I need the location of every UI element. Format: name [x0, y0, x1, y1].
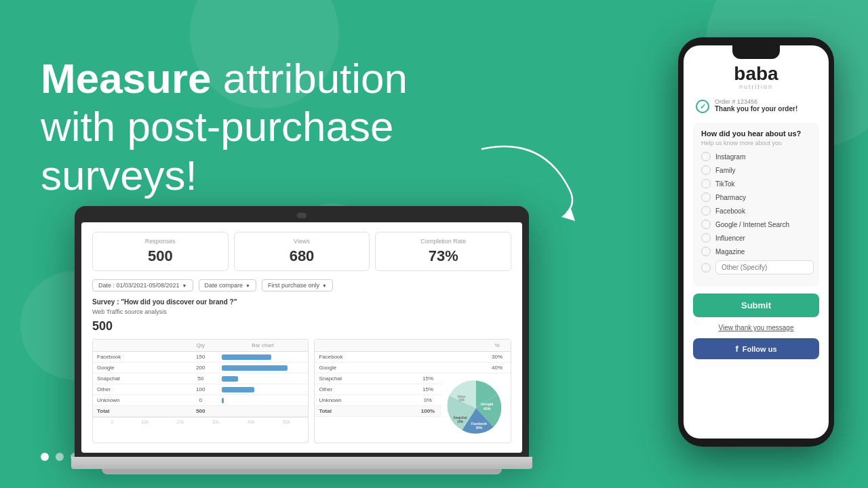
table-row: Google 200 [93, 363, 308, 373]
filter-row: Date : 01/03/2021-05/08/2021 Date compar… [92, 279, 511, 291]
stat-views-value: 680 [243, 247, 361, 265]
survey-question-title: How did you hear about us? [701, 129, 811, 138]
pie-row: Snapchat 15% [315, 373, 441, 384]
order-thanks: Thank you for your order! [715, 105, 797, 113]
row-other-qty: 100 [184, 384, 218, 394]
pie-chart-area: Snapchat 15% Other 15% Unknown 0% [315, 373, 511, 443]
stat-views-label: Views [243, 238, 361, 245]
row-snapchat-bar [218, 374, 309, 384]
row-other-bar [218, 385, 309, 394]
follow-button[interactable]: f Follow us [693, 338, 819, 359]
headline: Measure attribution with post-purchase s… [41, 54, 434, 199]
pie-chart: Google 40% Facebook 30% Snapchat 15% Oth… [441, 373, 511, 443]
row-other-label: Other [93, 384, 184, 394]
option-tiktok-label: TikTok [715, 180, 735, 188]
option-instagram-label: Instagram [715, 153, 745, 161]
other-input[interactable] [715, 260, 814, 274]
option-other[interactable] [701, 260, 811, 274]
radio-family[interactable] [701, 165, 711, 175]
pie-unknown-pct: 0% [414, 395, 441, 405]
pie-other-pct: 15% [414, 384, 441, 394]
stat-responses: Responses 500 [92, 232, 229, 271]
table-row: Snapchat 50 [93, 373, 308, 384]
order-text-block: Order # 123456 Thank you for your order! [715, 98, 797, 113]
col-source [93, 340, 184, 351]
svg-text:40%: 40% [484, 407, 491, 411]
table-footer: 0 10k 20k 30k 40k 50k [93, 417, 308, 426]
svg-text:30%: 30% [476, 426, 483, 430]
option-family-label: Family [715, 167, 735, 174]
row-google-qty: 200 [184, 363, 218, 373]
option-influencer-label: Influencer [715, 235, 745, 242]
follow-label: Follow us [743, 345, 777, 353]
pie-row: Unknown 0% [315, 395, 441, 406]
row-facebook-qty: 150 [184, 352, 218, 362]
radio-other[interactable] [701, 263, 711, 272]
laptop-foot [102, 469, 502, 474]
radio-facebook[interactable] [701, 206, 711, 216]
radio-tiktok[interactable] [701, 179, 711, 188]
table-row: Other 100 [93, 384, 308, 395]
order-confirm: ✓ Order # 123456 Thank you for your orde… [693, 98, 819, 113]
pie-other-label: Other [315, 384, 414, 394]
row-snapchat-qty: 50 [184, 373, 218, 384]
option-pharmacy[interactable]: Pharmacy [701, 192, 811, 202]
svg-text:Facebook: Facebook [471, 422, 487, 426]
row-facebook-bar [218, 352, 309, 362]
filter-date[interactable]: Date : 01/03/2021-05/08/2021 [92, 279, 193, 291]
pie-col-source [315, 340, 484, 351]
pie-table-left: Snapchat 15% Other 15% Unknown 0% [315, 373, 441, 443]
pie-facebook-pct: 30% [484, 352, 511, 362]
dashboard: Responses 500 Views 680 Completion Rate … [81, 222, 522, 453]
pie-row: Facebook 30% [315, 352, 511, 363]
total-bar [218, 409, 309, 413]
radio-google[interactable] [701, 220, 711, 229]
row-facebook-label: Facebook [93, 352, 184, 362]
app-content: baba nutrition ✓ Order # 123456 Thank yo… [684, 45, 829, 369]
phone-screen: baba nutrition ✓ Order # 123456 Thank yo… [684, 45, 829, 439]
option-tiktok[interactable]: TikTok [701, 179, 811, 188]
option-family[interactable]: Family [701, 165, 811, 175]
submit-button[interactable]: Submit [693, 293, 819, 317]
pie-row: Other 15% [315, 384, 441, 395]
laptop-notch [297, 213, 307, 218]
radio-instagram[interactable] [701, 152, 711, 161]
order-number: Order # 123456 [715, 98, 797, 105]
radio-influencer[interactable] [701, 233, 711, 243]
traffic-number: 500 [92, 319, 511, 333]
stats-row: Responses 500 Views 680 Completion Rate … [92, 232, 511, 271]
view-thank-you-link[interactable]: View thank you message [693, 324, 819, 331]
laptop-screen: Responses 500 Views 680 Completion Rate … [81, 222, 522, 453]
row-snapchat-label: Snapchat [93, 373, 184, 384]
row-google-bar [218, 363, 309, 373]
table-row: Facebook 150 [93, 352, 308, 363]
radio-pharmacy[interactable] [701, 192, 711, 202]
radio-magazine[interactable] [701, 247, 711, 256]
stat-responses-label: Responses [101, 238, 220, 245]
option-google[interactable]: Google / Internet Search [701, 220, 811, 229]
option-facebook[interactable]: Facebook [701, 206, 811, 216]
stat-completion-value: 73% [384, 247, 502, 265]
stat-completion: Completion Rate 73% [375, 232, 511, 271]
pie-google-label: Google [315, 363, 484, 373]
table-row: Unknown 0 [93, 395, 308, 406]
option-instagram[interactable]: Instagram [701, 152, 811, 161]
svg-text:Google: Google [481, 402, 494, 406]
pie-row: Google 40% [315, 363, 511, 373]
dot-2[interactable] [56, 453, 64, 461]
pie-col-pct: % [484, 340, 511, 351]
traffic-title: Web Traffic source analysis [92, 308, 511, 315]
filter-purchase[interactable]: First purchase only [262, 279, 333, 291]
svg-text:Other: Other [457, 395, 465, 399]
filter-date-compare[interactable]: Date compare [199, 279, 256, 291]
dot-1[interactable] [41, 453, 49, 461]
pie-snapchat-label: Snapchat [315, 373, 414, 384]
option-magazine[interactable]: Magazine [701, 247, 811, 256]
pie-unknown-label: Unknown [315, 395, 414, 405]
option-google-label: Google / Internet Search [715, 221, 789, 228]
row-unknown-label: Unknown [93, 395, 184, 405]
col-bar: Bar chart [218, 340, 309, 351]
pie-google-pct: 40% [484, 363, 511, 373]
option-influencer[interactable]: Influencer [701, 233, 811, 243]
option-facebook-label: Facebook [715, 207, 745, 215]
